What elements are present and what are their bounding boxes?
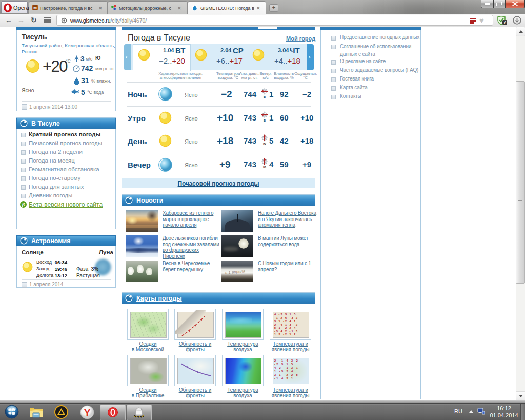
svg-text:в: в bbox=[264, 95, 266, 98]
svg-text:Y: Y bbox=[84, 407, 91, 418]
svg-text:β: β bbox=[22, 202, 25, 207]
svg-text:ю: ю bbox=[263, 165, 266, 169]
svg-text:7: 7 bbox=[503, 19, 506, 25]
svg-text:ю: ю bbox=[263, 142, 266, 145]
svg-text:в: в bbox=[264, 118, 266, 122]
svg-text:М: М bbox=[33, 6, 37, 10]
